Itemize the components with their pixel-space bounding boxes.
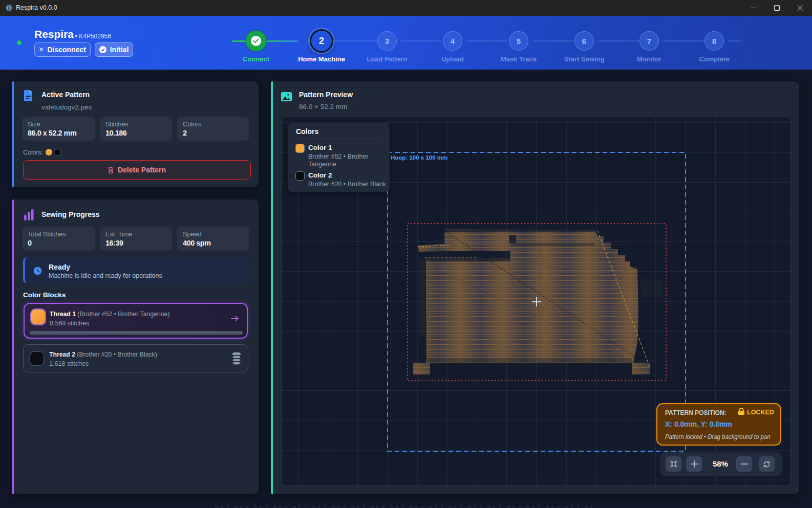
svg-text:Hoop: 100 x 100 mm: Hoop: 100 x 100 mm — [391, 154, 447, 161]
